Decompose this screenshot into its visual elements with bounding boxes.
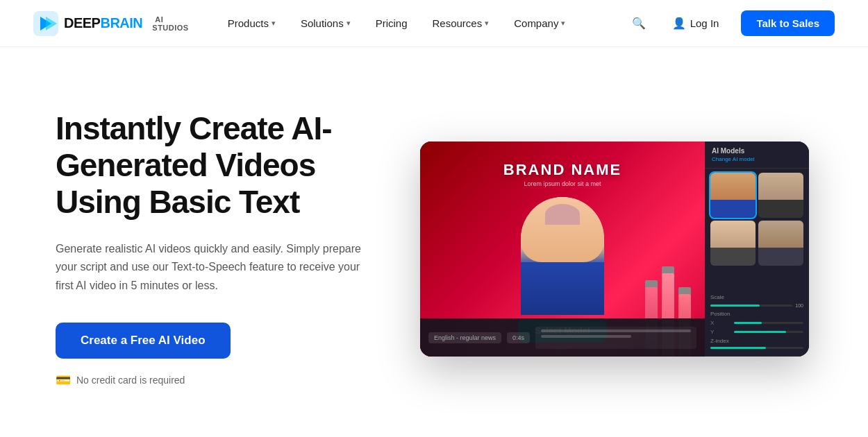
demo-model-3[interactable] <box>710 221 756 266</box>
nav-solutions[interactable]: Solutions ▾ <box>290 12 362 35</box>
demo-model-1[interactable] <box>710 173 756 218</box>
cta-button[interactable]: Create a Free AI Video <box>56 323 231 359</box>
demo-model-4[interactable] <box>758 221 803 266</box>
demo-model-2[interactable] <box>758 173 803 218</box>
scale-value: 100 <box>795 303 803 308</box>
demo-avatar <box>521 197 604 315</box>
position-y-row: Y <box>710 329 803 335</box>
position-x-row: X <box>710 320 803 326</box>
z-index-bar[interactable] <box>710 347 803 349</box>
nav-company[interactable]: Company ▾ <box>503 12 576 35</box>
hero-section: Instantly Create AI-Generated Videos Usi… <box>0 47 868 437</box>
position-y-bar[interactable] <box>734 331 803 333</box>
model-1-body <box>710 200 756 218</box>
model-3-body <box>710 248 756 266</box>
demo-sidebar-header: AI Models Change AI model <box>705 142 809 169</box>
scale-bar[interactable] <box>710 305 792 307</box>
scale-label: Scale <box>710 294 803 300</box>
z-index-row <box>710 347 803 349</box>
demo-script-area <box>535 327 696 349</box>
nav-links: Products ▾ Solutions ▾ Pricing Resources… <box>217 12 628 35</box>
nav-resources[interactable]: Resources ▾ <box>422 12 501 35</box>
hero-description: Generate realistic AI videos quickly and… <box>56 240 375 295</box>
demo-model-grid <box>710 173 803 266</box>
login-button[interactable]: 👤 Log In <box>661 11 731 35</box>
model-4-body <box>758 248 803 266</box>
chevron-down-icon: ▾ <box>485 19 489 28</box>
script-line-1 <box>541 329 691 332</box>
nav-pricing[interactable]: Pricing <box>365 12 419 35</box>
demo-main-video: BRAND NAME Lorem ipsum dolor sit a met <box>420 142 705 357</box>
demo-bottom-bar: English - regular news 0:4s <box>420 318 705 357</box>
hero-title: Instantly Create AI-Generated Videos Usi… <box>56 110 375 221</box>
logo-text-brain: BRAIN <box>100 15 142 31</box>
demo-screenshot: BRAND NAME Lorem ipsum dolor sit a met <box>420 142 809 357</box>
demo-brand-text: BRAND NAME Lorem ipsum dolor sit a met <box>503 161 621 187</box>
demo-models-panel <box>705 169 809 290</box>
z-index-label: Z-index <box>710 338 803 344</box>
logo-text-deep: DEEP <box>64 15 100 31</box>
no-credit-card-notice: 💳 No credit card is required <box>56 372 375 388</box>
avatar-body <box>521 262 604 316</box>
demo-sidebar: AI Models Change AI model <box>705 142 809 357</box>
y-label: Y <box>710 329 731 335</box>
model-2-face <box>758 173 803 200</box>
model-4-face <box>758 221 803 248</box>
model-3-face <box>710 221 756 248</box>
script-line-2 <box>541 335 631 338</box>
logo-text-ai: AI <box>155 15 188 24</box>
demo-time-badge: 0:4s <box>507 332 530 343</box>
logo-icon <box>33 11 58 36</box>
logo-text-studios: STUDIOS <box>152 24 188 32</box>
demo-lang-badge: English - regular news <box>428 332 501 343</box>
logo[interactable]: DEEPBRAIN AI STUDIOS <box>33 11 189 36</box>
model-2-body <box>758 200 803 218</box>
chevron-down-icon: ▾ <box>561 19 565 28</box>
scale-control-row: 100 <box>710 303 803 308</box>
search-icon[interactable]: 🔍 <box>628 12 650 35</box>
demo-sidebar-controls: Scale 100 Position X Y <box>705 290 809 357</box>
position-label: Position <box>710 311 803 317</box>
position-x-bar[interactable] <box>734 322 803 324</box>
hero-demo-area: BRAND NAME Lorem ipsum dolor sit a met <box>417 142 812 357</box>
nav-right: 🔍 👤 Log In Talk to Sales <box>628 10 835 36</box>
x-label: X <box>710 320 731 326</box>
chevron-down-icon: ▾ <box>347 19 351 28</box>
talk-sales-button[interactable]: Talk to Sales <box>741 10 835 36</box>
chevron-down-icon: ▾ <box>272 19 276 28</box>
nav-products[interactable]: Products ▾ <box>217 12 287 35</box>
model-1-face <box>710 173 756 200</box>
credit-card-icon: 💳 <box>56 372 71 388</box>
navbar: DEEPBRAIN AI STUDIOS Products ▾ Solution… <box>0 0 868 47</box>
hero-left: Instantly Create AI-Generated Videos Usi… <box>56 110 417 388</box>
user-icon: 👤 <box>672 17 686 30</box>
